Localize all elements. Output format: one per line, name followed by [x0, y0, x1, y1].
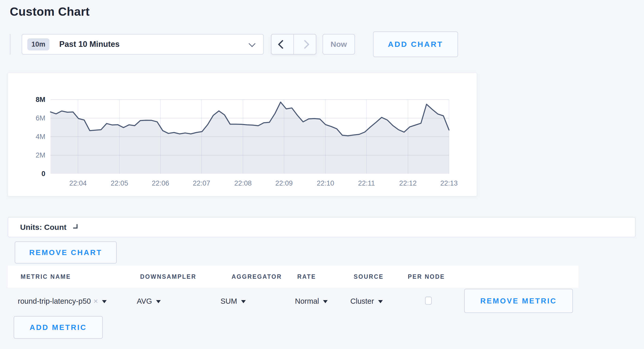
svg-text:6M: 6M: [36, 114, 45, 122]
svg-text:22:07: 22:07: [193, 179, 210, 187]
toolbar-divider: [10, 34, 11, 55]
now-button[interactable]: Now: [323, 34, 355, 55]
chart-area-fill: [50, 102, 449, 174]
svg-text:22:13: 22:13: [440, 179, 458, 187]
metrics-table-header: METRIC NAME DOWNSAMPLER AGGREGATOR RATE …: [8, 266, 578, 288]
svg-text:8M: 8M: [36, 96, 45, 103]
remove-tag-icon[interactable]: ×: [94, 297, 98, 306]
timeseries-chart: 22:0422:0522:0622:0722:0822:0922:1022:11…: [8, 73, 477, 196]
svg-text:22:09: 22:09: [275, 179, 293, 187]
time-step-buttons: [271, 34, 316, 55]
aggregator-dropdown[interactable]: SUM: [221, 293, 246, 309]
chevron-right-icon: [300, 40, 309, 49]
rate-value: Normal: [295, 297, 319, 306]
svg-text:0: 0: [41, 170, 45, 178]
caret-down-icon: [102, 300, 107, 303]
caret-down-icon: [323, 300, 328, 303]
next-interval-button[interactable]: [294, 34, 316, 54]
svg-text:22:08: 22:08: [234, 179, 252, 187]
page-title: Custom Chart: [10, 5, 90, 19]
custom-chart-page: Custom Chart 10m Past 10 Minutes Now ADD…: [0, 0, 644, 349]
svg-text:22:04: 22:04: [69, 179, 87, 187]
chevron-down-icon: [73, 224, 78, 229]
column-header-source: SOURCE: [354, 273, 384, 280]
svg-text:22:10: 22:10: [317, 179, 334, 187]
downsampler-value: AVG: [137, 297, 152, 306]
aggregator-value: SUM: [221, 297, 237, 306]
time-range-dropdown[interactable]: 10m Past 10 Minutes: [22, 34, 264, 55]
units-label: Units: Count: [20, 223, 66, 232]
caret-down-icon: [241, 300, 246, 303]
chart-card: 22:0422:0522:0622:0722:0822:0922:1022:11…: [8, 73, 477, 196]
column-header-aggregator: AGGREGATOR: [232, 273, 282, 280]
add-metric-button[interactable]: ADD METRIC: [14, 316, 103, 339]
downsampler-dropdown[interactable]: AVG: [137, 293, 161, 309]
column-header-downsampler: DOWNSAMPLER: [140, 273, 196, 280]
add-chart-button[interactable]: ADD CHART: [373, 31, 458, 57]
units-dropdown[interactable]: Units: Count: [8, 217, 635, 237]
column-header-metric-name: METRIC NAME: [21, 273, 71, 280]
metric-name-dropdown[interactable]: round-trip-latency-p50 ×: [18, 293, 107, 309]
source-value: Cluster: [350, 297, 374, 306]
svg-text:4M: 4M: [36, 133, 45, 141]
chevron-left-icon: [278, 40, 287, 49]
remove-chart-button[interactable]: REMOVE CHART: [15, 241, 117, 264]
column-header-per-node: PER NODE: [408, 273, 445, 280]
caret-down-icon: [156, 300, 161, 303]
column-header-rate: RATE: [297, 273, 316, 280]
svg-text:2M: 2M: [36, 151, 45, 159]
metric-name-value: round-trip-latency-p50: [18, 297, 91, 306]
per-node-checkbox[interactable]: [425, 296, 432, 305]
rate-dropdown[interactable]: Normal: [295, 293, 328, 309]
time-range-badge: 10m: [27, 38, 49, 50]
chevron-down-icon: [249, 40, 256, 47]
svg-text:22:05: 22:05: [111, 179, 128, 187]
caret-down-icon: [378, 300, 383, 303]
source-dropdown[interactable]: Cluster: [350, 293, 383, 309]
svg-text:22:11: 22:11: [358, 179, 375, 187]
previous-interval-button[interactable]: [272, 34, 294, 54]
remove-metric-button[interactable]: REMOVE METRIC: [464, 289, 573, 313]
time-range-label: Past 10 Minutes: [59, 40, 120, 49]
svg-text:22:12: 22:12: [399, 179, 417, 187]
svg-text:22:06: 22:06: [152, 179, 169, 187]
